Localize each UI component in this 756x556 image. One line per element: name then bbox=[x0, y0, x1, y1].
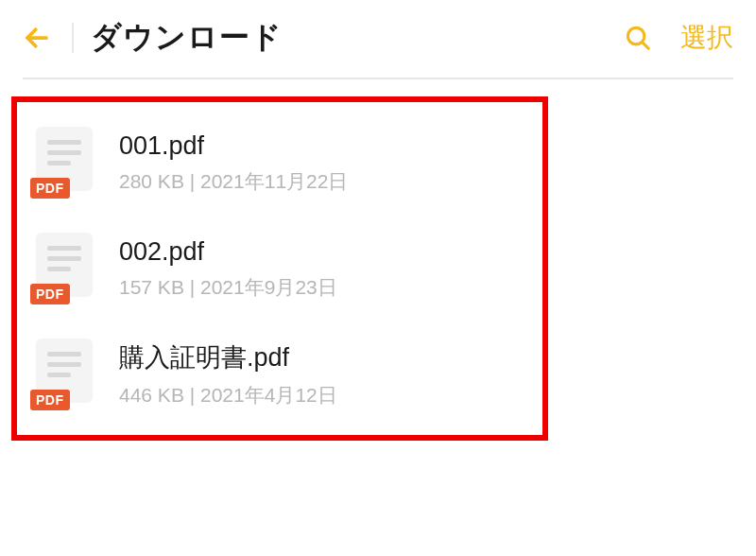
select-button[interactable]: 選択 bbox=[680, 20, 733, 56]
pdf-file-icon: PDF bbox=[30, 127, 98, 199]
header-bar: ダウンロード 選択 bbox=[0, 0, 756, 74]
file-info: 購入証明書.pdf 446 KB | 2021年4月12日 bbox=[119, 340, 337, 408]
page-title: ダウンロード bbox=[91, 17, 609, 59]
pdf-badge: PDF bbox=[30, 284, 70, 304]
file-meta: 157 KB | 2021年9月23日 bbox=[119, 274, 337, 301]
pdf-badge: PDF bbox=[30, 178, 70, 199]
file-name: 001.pdf bbox=[119, 131, 348, 161]
pdf-badge: PDF bbox=[30, 390, 70, 410]
file-name: 002.pdf bbox=[119, 237, 337, 267]
search-button[interactable] bbox=[624, 24, 652, 52]
pdf-file-icon: PDF bbox=[30, 339, 98, 410]
file-list-item[interactable]: PDF 002.pdf 157 KB | 2021年9月23日 bbox=[17, 216, 542, 321]
file-info: 001.pdf 280 KB | 2021年11月22日 bbox=[119, 131, 348, 195]
file-list-highlight: PDF 001.pdf 280 KB | 2021年11月22日 PDF 002… bbox=[11, 96, 548, 441]
file-meta: 446 KB | 2021年4月12日 bbox=[119, 382, 337, 408]
file-list: PDF 001.pdf 280 KB | 2021年11月22日 PDF 002… bbox=[17, 110, 542, 427]
back-button[interactable] bbox=[23, 24, 51, 52]
pdf-file-icon: PDF bbox=[30, 233, 98, 304]
header-divider bbox=[72, 23, 74, 53]
file-name: 購入証明書.pdf bbox=[119, 340, 337, 374]
file-info: 002.pdf 157 KB | 2021年9月23日 bbox=[119, 237, 337, 301]
file-meta: 280 KB | 2021年11月22日 bbox=[119, 168, 348, 195]
file-list-item[interactable]: PDF 購入証明書.pdf 446 KB | 2021年4月12日 bbox=[17, 321, 542, 427]
file-list-item[interactable]: PDF 001.pdf 280 KB | 2021年11月22日 bbox=[17, 110, 542, 216]
svg-line-2 bbox=[642, 42, 648, 48]
header-separator bbox=[23, 78, 733, 79]
search-icon bbox=[624, 24, 652, 52]
arrow-left-icon bbox=[23, 24, 51, 52]
